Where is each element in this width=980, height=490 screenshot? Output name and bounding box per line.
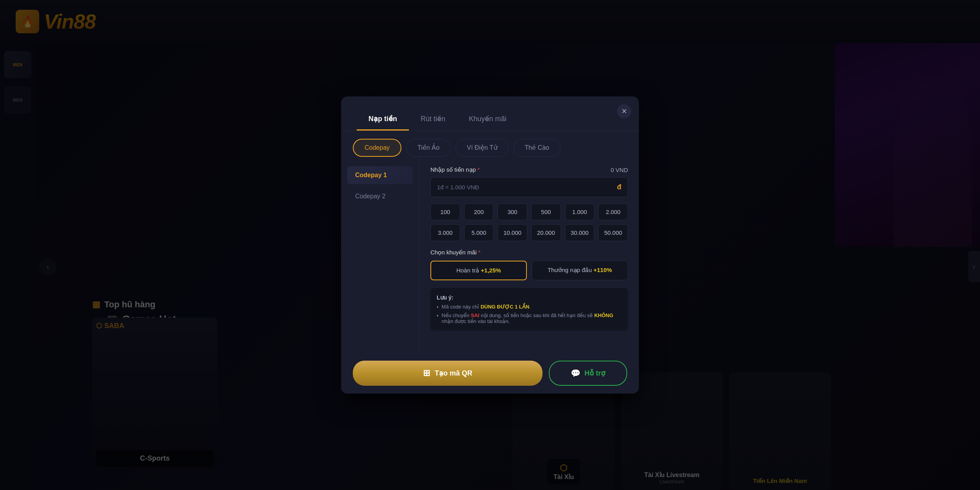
deposit-modal: ✕ Nạp tiền Rút tiền Khuyến mãi Codepay T…: [341, 96, 639, 394]
create-qr-button[interactable]: ⊞ Tạo mã QR: [353, 361, 543, 386]
payment-type-tien-ao[interactable]: Tiền Ảo: [406, 139, 451, 157]
promo-label: Chọn khuyến mãi*: [430, 249, 628, 256]
payment-option-codepay2[interactable]: Codepay 2: [347, 187, 413, 205]
amount-input-placeholder: 1đ = 1.000 VNĐ: [437, 184, 479, 191]
quick-amount-200[interactable]: 200: [464, 203, 494, 220]
amount-input[interactable]: 1đ = 1.000 VNĐ đ: [430, 177, 628, 197]
quick-amount-50000[interactable]: 50.000: [598, 224, 628, 241]
modal-overlay: ✕ Nạp tiền Rút tiền Khuyến mãi Codepay T…: [0, 0, 980, 490]
payment-type-tabs: Codepay Tiền Ảo Ví Điện Tử Thẻ Cào: [341, 131, 639, 157]
payment-type-vi-dien-tu[interactable]: Ví Điện Tử: [456, 139, 509, 157]
quick-amount-30000[interactable]: 30.000: [565, 224, 595, 241]
qr-icon: ⊞: [423, 368, 430, 378]
quick-amount-500[interactable]: 500: [531, 203, 561, 220]
modal-body: Codepay 1 Codepay 2 Nhập số tiền nạp* 0 …: [341, 157, 639, 353]
payment-type-the-cao[interactable]: Thẻ Cào: [514, 139, 561, 157]
tab-rut-tien[interactable]: Rút tiền: [409, 108, 457, 131]
modal-left-panel: Codepay 1 Codepay 2: [341, 157, 419, 353]
note-item-2: Nếu chuyển SAI nội dung, số tiền hoặc sa…: [437, 312, 622, 324]
modal-right-panel: Nhập số tiền nạp* 0 VND 1đ = 1.000 VNĐ đ…: [419, 157, 639, 353]
quick-amount-1000[interactable]: 1.000: [565, 203, 595, 220]
promo-option-thuong-nap-dau[interactable]: Thưởng nạp đầu +110%: [532, 261, 628, 280]
amount-currency-icon: đ: [617, 183, 621, 191]
tab-khuyen-mai[interactable]: Khuyến mãi: [457, 108, 518, 131]
modal-footer: ⊞ Tạo mã QR 💬 Hỗ trợ: [341, 353, 639, 394]
quick-amount-300[interactable]: 300: [497, 203, 527, 220]
note-item-1: Mã code này chỉ DÙNG ĐƯỢC 1 LẦN.: [437, 304, 622, 310]
notes-title: Lưu ý:: [437, 294, 622, 301]
quick-amount-10000[interactable]: 10.000: [497, 224, 527, 241]
quick-amount-3000[interactable]: 3.000: [430, 224, 460, 241]
amount-display: 0 VND: [611, 167, 628, 173]
payment-type-codepay[interactable]: Codepay: [353, 139, 401, 157]
amount-label-row: Nhập số tiền nạp* 0 VND: [430, 166, 628, 173]
promo-option-hoan-tra[interactable]: Hoàn trả +1,25%: [430, 261, 527, 280]
modal-tabs: Nạp tiền Rút tiền Khuyến mãi: [341, 96, 639, 131]
promo-options: Hoàn trả +1,25% Thưởng nạp đầu +110%: [430, 261, 628, 280]
payment-option-codepay1[interactable]: Codepay 1: [347, 166, 413, 184]
quick-amount-20000[interactable]: 20.000: [531, 224, 561, 241]
amount-label-text: Nhập số tiền nạp*: [430, 166, 480, 173]
support-button[interactable]: 💬 Hỗ trợ: [549, 361, 627, 386]
quick-amount-2000[interactable]: 2.000: [598, 203, 628, 220]
notes-section: Lưu ý: Mã code này chỉ DÙNG ĐƯỢC 1 LẦN. …: [430, 288, 628, 330]
quick-amount-100[interactable]: 100: [430, 203, 460, 220]
support-icon: 💬: [571, 368, 581, 378]
notes-list: Mã code này chỉ DÙNG ĐƯỢC 1 LẦN. Nếu chu…: [437, 304, 622, 324]
tab-nap-tien[interactable]: Nạp tiền: [357, 108, 409, 131]
quick-amounts-grid: 100 200 300 500 1.000 2.000 3.000 5.000 …: [430, 203, 628, 241]
quick-amount-5000[interactable]: 5.000: [464, 224, 494, 241]
